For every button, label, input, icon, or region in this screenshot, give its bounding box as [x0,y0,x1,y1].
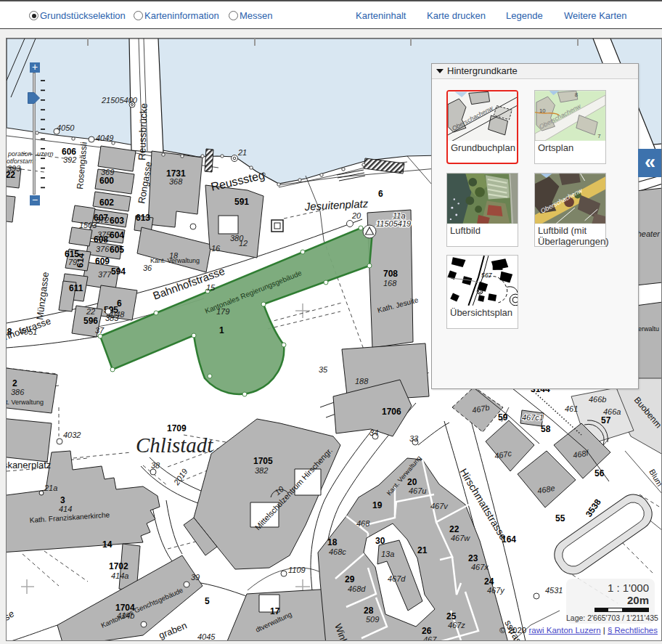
svg-text:poration Luzern: poration Luzern [7,150,54,158]
svg-text:37: 37 [95,326,105,335]
svg-text:58: 58 [541,424,551,434]
svg-text:15: 15 [206,283,216,292]
svg-text:24: 24 [484,576,494,587]
svg-text:13a: 13a [381,550,394,558]
svg-text:23: 23 [468,553,478,563]
svg-text:Reussbrücke: Reussbrücke [136,103,150,160]
svg-text:594: 594 [111,266,126,277]
svg-text:12: 12 [239,239,248,248]
svg-text:3: 3 [60,495,65,505]
svg-text:5: 5 [205,596,210,606]
svg-text:2: 2 [12,378,17,388]
svg-text:600: 600 [99,176,114,186]
svg-text:20: 20 [351,211,361,220]
svg-text:4032: 4032 [63,431,81,439]
svg-text:6: 6 [117,298,122,309]
svg-text:467u: 467u [409,486,426,495]
svg-text:605: 605 [110,245,124,255]
svg-text:1702: 1702 [109,561,128,571]
svg-text:509: 509 [366,615,379,624]
svg-text:708: 708 [383,269,398,279]
svg-text:17: 17 [270,606,280,616]
svg-text:567: 567 [481,272,493,279]
svg-text:596: 596 [83,316,98,326]
svg-text:35: 35 [319,365,328,374]
svg-text:468c: 468c [329,547,346,556]
svg-text:467: 467 [423,635,437,641]
svg-text:179: 179 [216,307,229,316]
svg-text:414a: 414a [111,571,128,580]
svg-text:168: 168 [383,279,397,288]
svg-text:188: 188 [355,377,369,386]
svg-text:erwaltu: erwaltu [638,325,659,333]
svg-text:11505419: 11505419 [376,219,411,228]
svg-text:414: 414 [59,505,72,513]
svg-text:1705: 1705 [253,456,273,466]
svg-text:38: 38 [151,461,160,470]
svg-text:55: 55 [555,513,565,523]
svg-text:7: 7 [597,133,600,139]
svg-text:59: 59 [498,412,508,423]
svg-text:18: 18 [327,537,338,547]
svg-text:20: 20 [407,477,417,487]
svg-text:29: 29 [345,574,355,584]
svg-text:608: 608 [94,235,108,245]
svg-text:1: 1 [219,325,224,335]
svg-text:377: 377 [98,270,112,279]
svg-text:603: 603 [110,216,124,226]
svg-text:467d: 467d [388,574,406,583]
svg-text:22: 22 [86,307,95,316]
svg-text:1503: 1503 [79,221,97,229]
svg-text:4045: 4045 [197,632,216,641]
svg-text:467z: 467z [448,621,465,629]
svg-text:21505400: 21505400 [101,96,138,105]
svg-text:604: 604 [110,230,124,240]
svg-text:79: 79 [68,258,77,266]
svg-text:19: 19 [372,500,383,510]
svg-text:57: 57 [601,415,611,425]
svg-text:1709: 1709 [167,423,187,433]
svg-text:iskanerplatz: iskanerplatz [7,460,51,470]
svg-text:602: 602 [99,197,114,208]
svg-text:25: 25 [446,611,457,621]
svg-text:622: 622 [7,170,15,180]
svg-text:376: 376 [96,245,110,253]
svg-text:56: 56 [594,468,605,478]
svg-text:461: 461 [565,404,578,413]
svg-text:34: 34 [369,428,378,437]
svg-text:613: 613 [136,213,150,223]
svg-text:467v: 467v [430,502,449,510]
svg-text:611: 611 [69,283,83,293]
svg-text:14: 14 [102,539,113,550]
svg-text:468d: 468d [348,584,366,593]
svg-text:21: 21 [417,545,428,555]
svg-text:26: 26 [422,626,432,636]
svg-text:11a: 11a [393,211,406,220]
svg-text:164: 164 [502,534,516,545]
svg-text:18: 18 [169,251,179,260]
svg-text:Chlistadt: Chlistadt [136,433,213,457]
svg-text:1706: 1706 [382,407,401,417]
svg-text:39: 39 [191,573,200,582]
svg-text:4531: 4531 [545,586,563,595]
svg-text:368: 368 [169,177,183,186]
svg-text:30: 30 [375,536,385,546]
svg-text:467x: 467x [471,563,489,571]
svg-text:591: 591 [234,197,249,207]
svg-text:33: 33 [409,434,419,443]
svg-text:4050: 4050 [57,123,75,132]
svg-text:467y: 467y [487,586,505,595]
svg-text:468: 468 [356,519,370,528]
svg-text:609: 609 [95,256,110,266]
svg-text:8: 8 [575,91,579,98]
svg-text:36: 36 [143,264,152,272]
svg-text:467c1: 467c1 [522,413,544,422]
svg-text:nt. Verwaltung: nt. Verwaltung [7,399,44,406]
svg-text:4049: 4049 [96,134,113,142]
svg-text:386: 386 [11,388,25,396]
svg-text:21: 21 [237,148,247,157]
svg-text:28: 28 [364,606,374,616]
svg-text:21a: 21a [44,484,57,492]
svg-text:466b: 466b [589,395,606,404]
svg-text:467w: 467w [451,534,470,542]
